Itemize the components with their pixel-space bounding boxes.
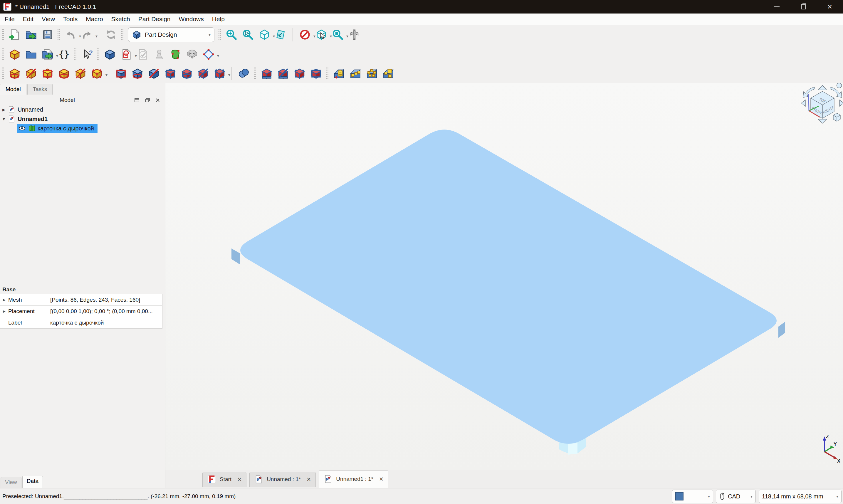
tab-view[interactable]: View	[1, 477, 21, 488]
linear-pattern-button[interactable]	[347, 66, 363, 82]
toolbar-drag-handle[interactable]	[1, 28, 4, 41]
boolean-operation-button[interactable]	[236, 66, 252, 82]
toolbar-drag-handle[interactable]	[57, 28, 60, 41]
box-selection-button[interactable]: ▾	[313, 27, 329, 42]
clipping-plane-button[interactable]: ▾	[297, 27, 313, 42]
dock-panel-icon[interactable]	[134, 98, 139, 102]
fillet-button[interactable]	[259, 66, 275, 82]
navigation-cube[interactable]	[801, 83, 843, 124]
set-tip-button[interactable]	[151, 47, 167, 62]
measure-button[interactable]	[346, 27, 362, 42]
property-value[interactable]: [Points: 86, Edges: 243, Faces: 160]	[47, 294, 162, 305]
plate-side-left[interactable]	[231, 249, 240, 264]
tree-item-label[interactable]: Unnamed	[18, 106, 43, 113]
property-group-base[interactable]: Base	[0, 285, 162, 294]
create-group-button[interactable]	[23, 47, 39, 62]
refresh-button[interactable]	[103, 27, 119, 42]
close-tab-icon[interactable]: ×	[379, 475, 383, 483]
go-to-linked-object-button[interactable]	[273, 27, 289, 42]
menu-file[interactable]: File	[1, 15, 18, 23]
restore-button[interactable]	[790, 0, 817, 14]
close-panel-icon[interactable]	[156, 98, 160, 102]
tab-model[interactable]: Model	[0, 84, 26, 94]
expander-expanded-icon[interactable]: ▼	[0, 117, 7, 121]
additive-helix-button[interactable]	[73, 66, 88, 82]
property-value[interactable]: карточка с дырочкой	[47, 317, 162, 328]
pad-button[interactable]	[7, 66, 23, 82]
tree-item-label[interactable]: карточка с дырочкой	[38, 125, 94, 132]
tree-item-mesh[interactable]: карточка с дырочкой	[0, 124, 182, 133]
subtractive-pipe-button[interactable]	[179, 66, 195, 82]
create-sketch-button[interactable]: ▾	[119, 47, 134, 62]
toolbar-drag-handle[interactable]	[97, 48, 100, 61]
tree-item-unnamed[interactable]: ▶ Unnamed	[0, 105, 165, 114]
menu-macro[interactable]: Macro	[82, 15, 106, 23]
minimize-button[interactable]	[764, 0, 790, 14]
visibility-eye-icon[interactable]	[18, 125, 26, 132]
menu-tools[interactable]: Tools	[60, 15, 81, 23]
expander-collapsed-icon[interactable]: ▶	[0, 306, 8, 317]
menu-edit[interactable]: Edit	[19, 15, 37, 23]
dimension-indicator[interactable]: 118,14 mm x 68,08 mm ▾	[759, 490, 842, 503]
property-row-label[interactable]: Label карточка с дырочкой	[0, 317, 162, 329]
tree-item-unnamed1[interactable]: ▼ Unnamed1	[0, 114, 165, 123]
toolbar-drag-handle[interactable]	[253, 67, 256, 80]
validate-sketch-button[interactable]	[135, 47, 151, 62]
menu-part-design[interactable]: Part Design	[135, 15, 174, 23]
multi-transform-button[interactable]	[380, 66, 396, 82]
menu-sketch[interactable]: Sketch	[108, 15, 133, 23]
tree-item-label[interactable]: Unnamed1	[18, 116, 48, 123]
property-value[interactable]: [(0,00 0,00 1,00); 0,00 °; (0,00 mm 0,00…	[47, 306, 162, 317]
save-file-button[interactable]	[40, 27, 55, 42]
fit-all-button[interactable]	[223, 27, 239, 42]
menu-view[interactable]: View	[38, 15, 58, 23]
tab-data[interactable]: Data	[22, 476, 43, 488]
navigation-style-selector[interactable]: CAD ▾	[716, 490, 756, 503]
groove-button[interactable]	[146, 66, 162, 82]
create-datum-button[interactable]: ▾	[201, 47, 216, 62]
isometric-view-button[interactable]: ▾	[256, 27, 272, 42]
shape-binder-button[interactable]	[168, 47, 184, 62]
close-button[interactable]: ×	[817, 0, 843, 14]
whats-this-button[interactable]	[79, 47, 95, 62]
tab-tasks[interactable]: Tasks	[27, 84, 53, 94]
toolbar-drag-handle[interactable]	[1, 48, 4, 61]
workbench-selector[interactable]: Part Design▾	[128, 27, 214, 42]
polar-pattern-button[interactable]	[364, 66, 380, 82]
close-tab-icon[interactable]: ×	[307, 475, 311, 483]
mirrored-button[interactable]	[331, 66, 347, 82]
toolbar-drag-handle[interactable]	[74, 48, 77, 61]
tab-start[interactable]: Start ×	[202, 472, 247, 487]
toolbar-drag-handle[interactable]	[326, 67, 329, 80]
toolbar-drag-handle[interactable]	[121, 28, 124, 41]
additive-pipe-button[interactable]	[56, 66, 72, 82]
subtractive-helix-button[interactable]	[195, 66, 211, 82]
property-row-mesh[interactable]: ▶ Mesh [Points: 86, Edges: 243, Faces: 1…	[0, 294, 162, 306]
toolbar-drag-handle[interactable]	[1, 67, 4, 80]
menu-windows[interactable]: Windows	[175, 15, 208, 23]
clone-button[interactable]	[184, 47, 200, 62]
create-part-button[interactable]	[7, 47, 23, 62]
subtractive-primitive-button[interactable]: ▾	[212, 66, 228, 82]
thickness-button[interactable]	[308, 66, 324, 82]
tab-unnamed1[interactable]: Unnamed1 : 1* ×	[319, 470, 388, 488]
open-file-button[interactable]	[23, 27, 39, 42]
expander-collapsed-icon[interactable]: ▶	[0, 108, 7, 112]
hole-button[interactable]	[129, 66, 145, 82]
plate-side-right[interactable]	[778, 322, 785, 338]
plate-side-bottom-front[interactable]	[568, 443, 577, 455]
redo-button[interactable]: ▾	[79, 27, 95, 42]
subtractive-loft-button[interactable]	[162, 66, 178, 82]
draft-button[interactable]	[292, 66, 307, 82]
selected-tree-item[interactable]: карточка с дырочкой	[17, 124, 97, 133]
property-row-placement[interactable]: ▶ Placement [(0,00 0,00 1,00); 0,00 °; (…	[0, 306, 162, 317]
new-file-button[interactable]	[7, 27, 23, 42]
additive-primitive-button[interactable]: ▾	[89, 66, 105, 82]
revolution-button[interactable]	[23, 66, 39, 82]
float-panel-icon[interactable]	[145, 98, 150, 102]
pocket-button[interactable]	[113, 66, 129, 82]
create-body-button[interactable]	[102, 47, 118, 62]
background-color-selector[interactable]: ▾	[672, 490, 713, 503]
expressions-button[interactable]	[56, 47, 72, 62]
plate-top-face[interactable]	[240, 129, 777, 444]
